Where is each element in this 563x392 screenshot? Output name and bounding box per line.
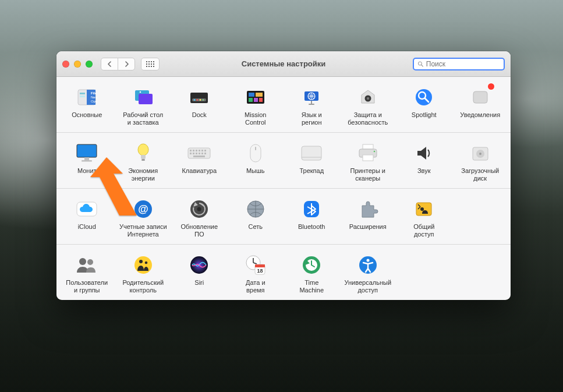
pane-mouse[interactable]: Мышь — [228, 141, 284, 182]
pane-accessibility[interactable]: Универсальный доступ — [340, 253, 396, 294]
svg-rect-0 — [146, 61, 147, 62]
pane-label: Универсальный доступ — [344, 279, 391, 294]
svg-rect-58 — [196, 150, 197, 151]
pane-users[interactable]: Пользователи и группы — [59, 253, 115, 294]
pane-label: Язык и регион — [302, 111, 322, 126]
svg-rect-34 — [254, 98, 258, 102]
pane-label: Siri — [194, 279, 204, 287]
pane-timemachine[interactable]: Time Machine — [284, 253, 340, 294]
row-3: iCloud @ Учетные записи Интернета Обновл… — [56, 189, 511, 245]
internet-accounts-icon: @ — [131, 197, 155, 221]
svg-rect-71 — [302, 146, 321, 160]
svg-line-13 — [422, 65, 423, 66]
svg-point-93 — [134, 256, 152, 274]
pane-keyboard[interactable]: Клавиатура — [171, 141, 228, 182]
notifications-icon — [468, 85, 493, 110]
pane-sound[interactable]: Звук — [396, 141, 452, 182]
search-input[interactable] — [426, 60, 500, 68]
back-button[interactable] — [101, 58, 118, 70]
pane-trackpad[interactable]: Трекпад — [284, 141, 340, 182]
accessibility-icon — [356, 253, 380, 277]
svg-point-92 — [87, 259, 93, 265]
svg-rect-53 — [141, 155, 146, 159]
svg-point-76 — [373, 151, 375, 153]
pane-security[interactable]: Защита и безопасность — [340, 85, 396, 126]
pane-label: Обновление ПО — [180, 223, 218, 238]
pane-software-update[interactable]: Обновление ПО — [171, 197, 228, 238]
svg-rect-32 — [256, 93, 263, 97]
pane-displays[interactable]: Монит — [59, 141, 115, 182]
svg-rect-39 — [309, 104, 314, 105]
svg-rect-24 — [190, 93, 208, 103]
svg-rect-49 — [84, 157, 89, 160]
pane-notifications[interactable]: Уведомления — [452, 85, 509, 126]
pane-label: Time Machine — [299, 279, 324, 294]
row-1: FileNewOpe Основные Рабочий стол и заста… — [56, 77, 511, 133]
pane-general[interactable]: FileNewOpe Основные — [59, 85, 115, 126]
pane-icloud[interactable]: iCloud — [59, 197, 115, 238]
svg-rect-19 — [80, 93, 85, 94]
svg-rect-45 — [473, 91, 487, 103]
svg-rect-6 — [151, 63, 152, 65]
close-window-button[interactable] — [62, 61, 69, 68]
pane-startupdisk[interactable]: Загрузочный диск — [452, 141, 509, 182]
svg-point-27 — [197, 99, 199, 101]
pane-datetime[interactable]: 18 Дата и время — [228, 253, 284, 294]
pane-spotlight[interactable]: Spotlight — [396, 85, 452, 126]
pane-printers[interactable]: Принтеры и сканеры — [340, 141, 396, 182]
pane-dock[interactable]: Dock — [171, 85, 228, 126]
pane-label: Dock — [192, 111, 207, 119]
svg-point-26 — [194, 99, 196, 101]
pane-mission[interactable]: Mission Control — [228, 85, 284, 126]
pane-label: Учетные записи Интернета — [119, 223, 167, 238]
svg-text:New: New — [91, 96, 97, 99]
svg-point-95 — [144, 262, 147, 264]
svg-text:Ope: Ope — [91, 100, 97, 103]
svg-rect-9 — [148, 66, 150, 67]
forward-button[interactable] — [118, 58, 135, 70]
pane-language[interactable]: Язык и регион — [284, 85, 340, 126]
users-icon — [75, 253, 99, 277]
minimize-window-button[interactable] — [74, 61, 81, 68]
svg-rect-61 — [204, 150, 206, 151]
dock-icon — [187, 85, 211, 110]
pane-label: Монит — [77, 167, 97, 175]
svg-text:18: 18 — [257, 268, 263, 274]
svg-rect-31 — [249, 93, 254, 97]
pane-parental[interactable]: Родительский контроль — [115, 253, 172, 294]
pane-label: Рабочий стол и заставка — [123, 111, 163, 126]
pane-label: Уведомления — [460, 111, 500, 119]
svg-rect-75 — [363, 155, 373, 161]
timemachine-icon — [299, 253, 324, 277]
svg-point-23 — [139, 91, 141, 93]
pane-internet[interactable]: @ Учетные записи Интернета — [115, 197, 172, 238]
svg-rect-56 — [190, 150, 192, 151]
pane-bluetooth[interactable]: Bluetooth — [284, 197, 340, 238]
row-4: Пользователи и группы Родительский контр… — [56, 245, 511, 300]
pane-label: Трекпад — [299, 167, 324, 175]
general-icon: FileNewOpe — [75, 85, 99, 110]
pane-network[interactable]: Сеть — [228, 197, 284, 238]
displays-icon — [75, 141, 99, 165]
pane-energy[interactable]: Экономия энергии — [115, 141, 172, 182]
desktop-icon — [131, 85, 155, 110]
search-field[interactable] — [413, 58, 505, 70]
pane-label: Расширения — [349, 223, 387, 231]
chevron-left-icon — [107, 61, 112, 67]
zoom-window-button[interactable] — [86, 61, 93, 68]
show-all-button[interactable] — [141, 58, 160, 70]
mission-control-icon — [243, 85, 268, 110]
siri-icon — [187, 253, 211, 277]
system-preferences-window: Системные настройки FileNewOpe Основные … — [56, 51, 511, 300]
pane-label: Основные — [72, 111, 102, 119]
mouse-icon — [243, 141, 268, 165]
security-icon — [356, 85, 380, 110]
pane-siri[interactable]: Siri — [171, 253, 228, 294]
pane-sharing[interactable]: Общий доступ — [396, 197, 452, 238]
printers-icon — [356, 141, 380, 165]
svg-rect-35 — [259, 98, 263, 102]
pane-desktop[interactable]: Рабочий стол и заставка — [115, 85, 172, 126]
pane-extensions[interactable]: Расширения — [340, 197, 396, 238]
svg-point-84 — [197, 207, 201, 211]
parental-icon — [131, 253, 155, 277]
